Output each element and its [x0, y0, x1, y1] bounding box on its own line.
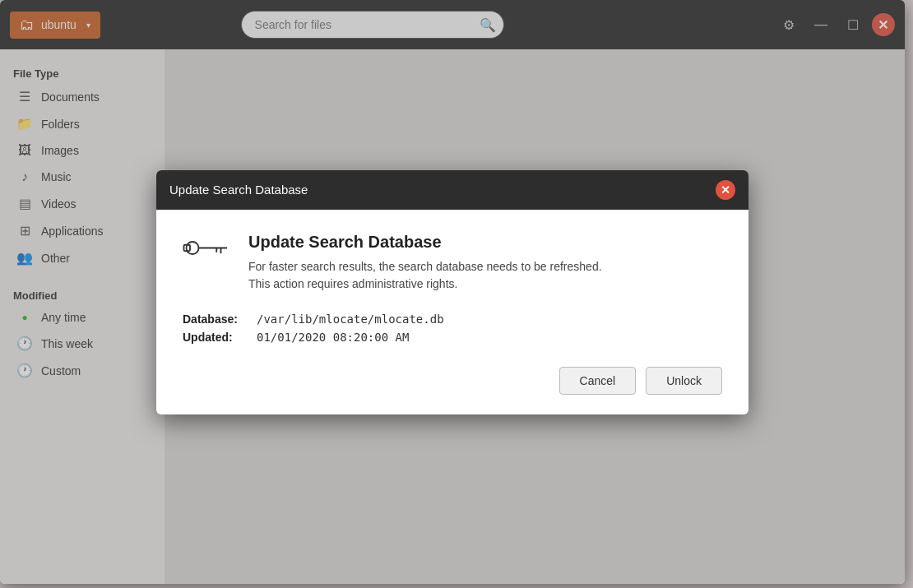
database-label: Database:	[183, 313, 257, 326]
dialog-heading: Update Search Database	[248, 233, 602, 252]
unlock-button[interactable]: Unlock	[646, 367, 722, 395]
dialog-titlebar: Update Search Database ✕	[156, 170, 748, 210]
main-window: 🗂 ubuntu ▾ 🔍 ⚙ — ☐ ✕ File Type ☰ Documen…	[0, 0, 905, 584]
updated-value: 01/01/2020 08:20:00 AM	[257, 331, 409, 344]
dialog-actions: Cancel Unlock	[183, 367, 722, 395]
dialog-title: Update Search Database	[169, 183, 308, 197]
dialog-close-button[interactable]: ✕	[716, 180, 735, 200]
update-search-dialog: Update Search Database ✕	[156, 170, 748, 414]
dialog-description-line2: This action requires administrative righ…	[248, 277, 457, 290]
dialog-info: Database: /var/lib/mlocate/mlocate.db Up…	[183, 313, 722, 344]
dialog-description-line1: For faster search results, the search da…	[248, 260, 602, 273]
key-icon	[183, 233, 232, 269]
dialog-description: For faster search results, the search da…	[248, 258, 602, 293]
dialog-overlay: Update Search Database ✕	[0, 0, 905, 584]
svg-point-1	[187, 242, 199, 254]
dialog-body: Update Search Database For faster search…	[156, 210, 748, 414]
cancel-button[interactable]: Cancel	[559, 367, 637, 395]
database-row: Database: /var/lib/mlocate/mlocate.db	[183, 313, 722, 326]
dialog-text-block: Update Search Database For faster search…	[248, 233, 602, 293]
dialog-header: Update Search Database For faster search…	[183, 233, 722, 293]
database-value: /var/lib/mlocate/mlocate.db	[257, 313, 444, 326]
updated-label: Updated:	[183, 331, 257, 344]
updated-row: Updated: 01/01/2020 08:20:00 AM	[183, 331, 722, 344]
